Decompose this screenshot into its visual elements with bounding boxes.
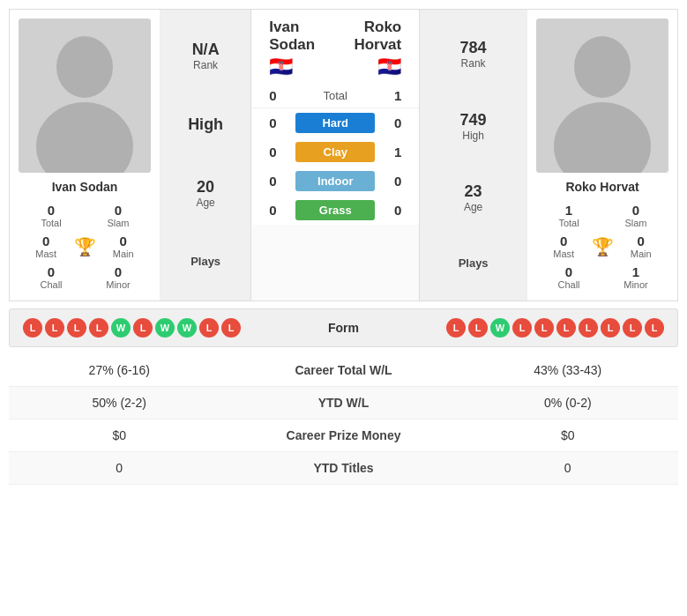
- right-form-badge-l: L: [468, 318, 488, 338]
- left-flag-top: 🇭🇷: [269, 56, 293, 78]
- left-form-badge-l: L: [45, 318, 64, 338]
- right-player-name: Roko Horvat: [565, 180, 638, 194]
- surface-grass-btn[interactable]: Grass: [295, 200, 375, 220]
- stat-left-1: 50% (2-2): [9, 387, 229, 419]
- right-total-value: 1: [536, 203, 601, 218]
- right-minor-label: Minor: [603, 279, 668, 290]
- right-name-top: Roko Horvat: [332, 19, 401, 54]
- left-form-badge-l: L: [23, 318, 42, 338]
- right-chall-value: 0: [536, 264, 601, 279]
- right-rank-label: Rank: [460, 57, 487, 70]
- left-total-label: Total: [19, 218, 84, 228]
- left-form-badge-w: W: [155, 318, 175, 338]
- right-form-badge-l: L: [512, 318, 532, 338]
- stat-label-2: Career Prize Money: [229, 419, 457, 452]
- right-slam-value: 0: [603, 203, 668, 218]
- left-rank-label: Rank: [192, 59, 220, 71]
- right-high-label: High: [460, 130, 487, 142]
- right-form-badge-l: L: [623, 318, 642, 338]
- left-name-top: Ivan Sodan: [269, 19, 332, 54]
- right-main-label: Main: [614, 249, 669, 259]
- stat-label-0: Career Total W/L: [229, 354, 457, 387]
- left-total-score: 0: [269, 88, 276, 103]
- left-form-badge-l: L: [199, 318, 219, 338]
- right-form-badge-l: L: [645, 318, 664, 338]
- center-column: Ivan Sodan Roko Horvat 🇭🇷 🇭🇷 0 Total 1 0…: [251, 10, 419, 301]
- left-trophy-icon: 🏆: [74, 237, 96, 256]
- left-mast-label: Mast: [19, 249, 74, 259]
- left-plays-label: Plays: [190, 248, 220, 275]
- left-total-value: 0: [19, 203, 84, 218]
- left-form-badge-l: L: [133, 318, 153, 338]
- right-main-value: 0: [614, 234, 669, 249]
- stats-row-3: 0 YTD Titles 0: [9, 452, 678, 485]
- right-age-label: Age: [464, 201, 482, 213]
- right-plays-label: Plays: [459, 249, 489, 277]
- right-high-value: 749: [460, 111, 487, 130]
- stat-left-3: 0: [9, 452, 229, 485]
- left-indoor-score: 0: [269, 174, 295, 189]
- right-player-card: Roko Horvat 1 Total 0 Slam 0 Mast 🏆: [526, 10, 677, 301]
- right-clay-score: 1: [375, 145, 401, 160]
- left-hard-score: 0: [269, 115, 295, 130]
- right-indoor-score: 0: [375, 174, 401, 189]
- right-form-badge-l: L: [446, 318, 466, 338]
- surface-indoor-btn[interactable]: Indoor: [295, 171, 375, 191]
- right-mast-value: 0: [536, 234, 592, 249]
- svg-point-1: [56, 36, 113, 98]
- left-main-value: 0: [96, 234, 152, 249]
- stats-row-1: 50% (2-2) YTD W/L 0% (0-2): [9, 387, 678, 419]
- left-player-name: Ivan Sodan: [52, 180, 118, 194]
- right-minor-value: 1: [603, 264, 668, 279]
- surface-hard-btn[interactable]: Hard: [295, 113, 375, 133]
- left-chall-label: Chall: [19, 279, 84, 290]
- right-grass-score: 0: [375, 203, 401, 218]
- left-chall-value: 0: [19, 264, 84, 279]
- left-age-label: Age: [196, 197, 214, 209]
- stat-right-1: 0% (0-2): [458, 387, 678, 419]
- right-form-badge-l: L: [556, 318, 576, 338]
- left-age-value: 20: [196, 178, 214, 197]
- right-flag-top: 🇭🇷: [377, 56, 401, 78]
- left-minor-label: Minor: [86, 279, 151, 290]
- left-rank-value: N/A: [192, 41, 220, 59]
- left-high-value: High: [188, 115, 223, 134]
- left-mast-value: 0: [19, 234, 74, 249]
- left-form-badge-w: W: [177, 318, 197, 338]
- right-form-badge-l: L: [579, 318, 598, 338]
- right-slam-label: Slam: [603, 218, 668, 228]
- left-form-badge-l: L: [67, 318, 86, 338]
- stat-left-2: $0: [9, 419, 229, 452]
- svg-point-4: [574, 36, 631, 98]
- right-rank-value: 784: [460, 39, 487, 57]
- right-total-label: Total: [536, 218, 601, 228]
- left-player-card: Ivan Sodan 0 Total 0 Slam 0 Mast 🏆: [10, 10, 161, 301]
- right-form-badge-w: W: [490, 318, 510, 338]
- surface-clay-btn[interactable]: Clay: [295, 142, 375, 162]
- left-grass-score: 0: [269, 203, 295, 218]
- right-form-badge-l: L: [601, 318, 620, 338]
- right-chall-label: Chall: [536, 279, 601, 290]
- right-age-value: 23: [464, 182, 482, 201]
- form-label: Form: [328, 321, 359, 335]
- stat-right-0: 43% (33-43): [458, 354, 678, 387]
- left-form-badge-l: L: [89, 318, 108, 338]
- right-form-badge-l: L: [534, 318, 554, 338]
- left-clay-score: 0: [269, 145, 295, 160]
- stats-row-2: $0 Career Prize Money $0: [9, 419, 678, 452]
- right-rank-panel: 784 Rank 749 High 23 Age Plays: [419, 10, 526, 301]
- left-slam-value: 0: [86, 203, 151, 218]
- stats-row-0: 27% (6-16) Career Total W/L 43% (33-43): [9, 354, 678, 387]
- left-form-badge-l: L: [221, 318, 241, 338]
- left-form-badges: LLLLWLWWLL: [23, 318, 241, 338]
- left-rank-panel: N/A Rank High 20 Age Plays: [161, 10, 251, 301]
- left-player-avatar: [19, 19, 151, 173]
- left-main-label: Main: [96, 249, 152, 259]
- right-mast-label: Mast: [536, 249, 592, 259]
- stat-label-1: YTD W/L: [229, 387, 457, 419]
- right-player-avatar: [536, 19, 668, 173]
- stat-right-2: $0: [458, 419, 678, 452]
- total-label-center: Total: [324, 89, 347, 102]
- stat-right-3: 0: [458, 452, 678, 485]
- stat-left-0: 27% (6-16): [9, 354, 229, 387]
